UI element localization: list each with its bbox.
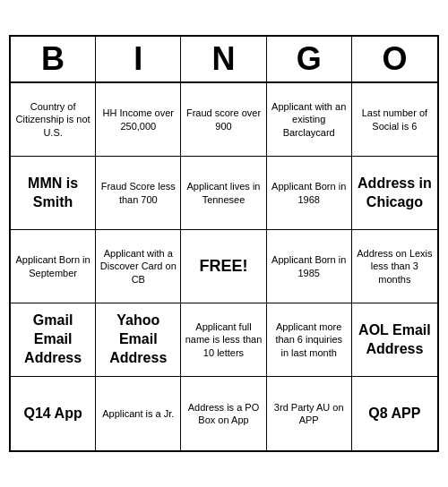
bingo-header: BINGO [11,37,437,83]
bingo-cell-17[interactable]: Applicant full name is less than 10 lett… [181,303,266,377]
bingo-cell-24[interactable]: Q8 APP [352,377,437,450]
bingo-cell-15[interactable]: Gmail Email Address [11,303,96,377]
header-letter-o: O [352,37,437,81]
bingo-cell-13[interactable]: Applicant Born in 1985 [267,230,352,303]
bingo-cell-2[interactable]: Fraud score over 900 [181,83,266,157]
bingo-cell-20[interactable]: Q14 App [11,377,96,450]
bingo-grid: Country of Citizenship is not U.S.HH Inc… [11,83,437,450]
bingo-cell-22[interactable]: Address is a PO Box on App [181,377,266,450]
bingo-cell-9[interactable]: Address in Chicago [352,157,437,230]
bingo-cell-8[interactable]: Applicant Born in 1968 [267,157,352,230]
bingo-cell-12[interactable]: FREE! [181,230,266,303]
bingo-cell-10[interactable]: Applicant Born in September [11,230,96,303]
bingo-cell-14[interactable]: Address on Lexis less than 3 months [352,230,437,303]
bingo-cell-11[interactable]: Applicant with a Discover Card on CB [96,230,181,303]
bingo-cell-19[interactable]: AOL Email Address [352,303,437,377]
bingo-cell-1[interactable]: HH Income over 250,000 [96,83,181,157]
bingo-cell-18[interactable]: Applicant more than 6 inquiries in last … [267,303,352,377]
header-letter-i: I [96,37,181,81]
bingo-card: BINGO Country of Citizenship is not U.S.… [9,35,439,452]
bingo-cell-6[interactable]: Fraud Score less than 700 [96,157,181,230]
header-letter-g: G [267,37,352,81]
bingo-cell-23[interactable]: 3rd Party AU on APP [267,377,352,450]
header-letter-n: N [181,37,266,81]
bingo-cell-0[interactable]: Country of Citizenship is not U.S. [11,83,96,157]
bingo-cell-3[interactable]: Applicant with an existing Barclaycard [267,83,352,157]
bingo-cell-21[interactable]: Applicant is a Jr. [96,377,181,450]
bingo-cell-5[interactable]: MMN is Smith [11,157,96,230]
header-letter-b: B [11,37,96,81]
bingo-cell-16[interactable]: Yahoo Email Address [96,303,181,377]
bingo-cell-4[interactable]: Last number of Social is 6 [352,83,437,157]
bingo-cell-7[interactable]: Applicant lives in Tennesee [181,157,266,230]
